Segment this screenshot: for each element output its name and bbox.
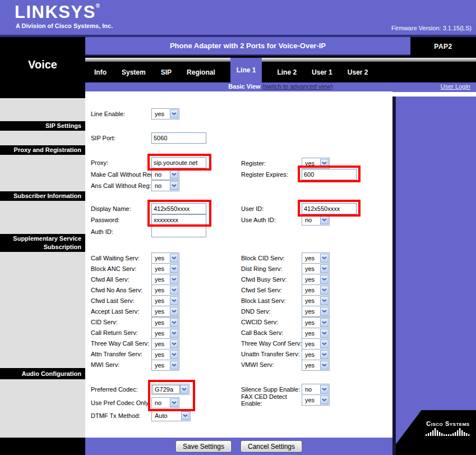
tab-regional[interactable]: Regional <box>187 68 215 76</box>
register-select[interactable]: yes <box>302 158 330 169</box>
service-row: Attn Transfer Serv: yes <box>91 349 242 360</box>
sip-port-row: SIP Port: <box>91 132 115 144</box>
service-label: Block CID Serv: <box>241 255 285 261</box>
chevron-down-icon <box>170 181 178 190</box>
chevron-down-icon <box>320 339 329 348</box>
sip-port-label: SIP Port: <box>91 135 115 141</box>
service-label: Block ANC Serv: <box>91 265 136 272</box>
chevron-down-icon <box>170 170 178 179</box>
preferred-codec-select[interactable]: G729a <box>151 384 190 395</box>
register-expires-input[interactable] <box>302 169 357 180</box>
chevron-down-icon <box>320 307 329 316</box>
service-select[interactable]: yes <box>151 263 179 274</box>
tab-info[interactable]: Info <box>94 68 107 76</box>
sip-port-input[interactable] <box>151 132 206 144</box>
chevron-down-icon <box>320 318 329 327</box>
service-label: Cfwd All Serv: <box>91 276 129 283</box>
proxy-label: Proxy: <box>91 159 108 166</box>
service-select[interactable]: yes <box>302 338 330 350</box>
service-select[interactable]: yes <box>302 328 330 339</box>
tab-system[interactable]: System <box>122 68 146 76</box>
use-auth-id-label: Use Auth ID: <box>241 217 276 223</box>
service-row: Unattn Transfer Serv: yes <box>241 349 392 360</box>
make-call-without-reg-select[interactable]: no <box>151 169 179 180</box>
service-select[interactable]: yes <box>302 252 330 264</box>
chevron-down-icon <box>170 264 178 273</box>
user-id-label: User ID: <box>241 205 264 212</box>
service-row: Cfwd All Serv: yes <box>91 274 242 284</box>
service-label: CID Serv: <box>91 319 118 325</box>
cisco-corner: Cisco Systems <box>396 410 476 455</box>
password-input[interactable] <box>151 214 206 226</box>
display-name-input[interactable] <box>151 203 206 214</box>
tab-line2[interactable]: Line 2 <box>277 68 297 76</box>
service-select[interactable]: yes <box>151 274 179 285</box>
tab-sip[interactable]: SIP <box>161 68 172 76</box>
auth-id-input[interactable] <box>151 226 206 237</box>
service-label: Cfwd Last Serv: <box>91 297 135 304</box>
save-settings-button[interactable]: Save Settings <box>175 440 232 452</box>
use-auth-id-select[interactable]: no <box>302 214 330 226</box>
register-expires-row: Register Expires: <box>241 169 288 180</box>
service-row: Three Way Call Serv: yes <box>91 338 242 349</box>
service-row: Dist Ring Serv: yes <box>241 263 392 274</box>
service-select[interactable]: yes <box>302 263 330 274</box>
user-id-input[interactable] <box>302 203 357 214</box>
service-select[interactable]: yes <box>151 252 179 264</box>
switch-view-link[interactable]: (switch to advanced view) <box>262 83 333 90</box>
fax-ced-detect-select[interactable]: yes <box>302 394 330 406</box>
silence-supp-enable-select[interactable]: no <box>302 384 330 395</box>
line-enable-select[interactable]: yes <box>151 108 179 120</box>
service-label: Call Return Serv: <box>91 329 138 336</box>
service-label: Cfwd Busy Serv: <box>241 276 286 283</box>
service-select[interactable]: yes <box>151 317 179 328</box>
sidebar-section-proxy-registration: Proxy and Registration <box>0 145 85 155</box>
chevron-down-icon <box>170 339 178 348</box>
service-label: Three Way Call Serv: <box>91 340 149 347</box>
proxy-row: Proxy: <box>91 157 108 168</box>
chevron-down-icon <box>320 396 329 405</box>
use-pref-codec-only-select[interactable]: no <box>151 397 179 408</box>
dtmf-tx-method-select[interactable]: Auto <box>151 410 191 421</box>
proxy-input[interactable] <box>151 157 206 168</box>
use-pref-codec-only-label: Use Pref Codec Only: <box>91 399 150 406</box>
tab-line1[interactable]: Line 1 <box>230 58 262 82</box>
service-select[interactable]: yes <box>151 295 179 306</box>
user-id-row: User ID: <box>241 203 264 214</box>
sidebar-section-sip-settings: SIP Settings <box>0 121 85 131</box>
chevron-down-icon <box>320 264 329 273</box>
dtmf-tx-method-label: DTMF Tx Method: <box>91 412 140 419</box>
password-row: Password: <box>91 214 119 226</box>
tab-user1[interactable]: User 1 <box>312 68 332 76</box>
service-select[interactable]: yes <box>151 349 179 360</box>
service-select[interactable]: yes <box>302 295 330 306</box>
footer-left-block <box>0 438 85 455</box>
chevron-down-icon <box>170 329 178 338</box>
service-label: Accept Last Serv: <box>91 308 139 315</box>
service-select[interactable]: yes <box>302 360 330 371</box>
service-select[interactable]: yes <box>151 338 179 350</box>
service-select[interactable]: yes <box>302 349 330 360</box>
service-select[interactable]: yes <box>302 306 330 317</box>
service-select[interactable]: yes <box>151 306 179 317</box>
service-select[interactable]: yes <box>302 317 330 328</box>
service-select[interactable]: yes <box>302 274 330 285</box>
ans-call-without-reg-label: Ans Call Without Reg: <box>91 182 151 189</box>
tab-user2[interactable]: User 2 <box>348 68 368 76</box>
service-row: Cfwd No Ans Serv: yes <box>91 284 242 295</box>
service-select[interactable]: yes <box>302 284 330 296</box>
header: LINKSYS® A Division of Cisco Systems, In… <box>0 0 476 37</box>
pap2-config-page: LINKSYS® A Division of Cisco Systems, In… <box>0 0 476 455</box>
linksys-logo: LINKSYS® <box>15 2 100 22</box>
services-right-column: Block CID Serv: yes Dist Ring Serv: yes <box>241 252 392 370</box>
user-login-link[interactable]: User Login <box>441 83 470 90</box>
chevron-down-icon <box>170 275 178 284</box>
chevron-down-icon <box>180 385 188 394</box>
service-select[interactable]: yes <box>151 284 179 296</box>
ans-call-without-reg-select[interactable]: no <box>151 180 179 191</box>
service-select[interactable]: yes <box>151 328 179 339</box>
cancel-settings-button[interactable]: Cancel Settings <box>241 440 302 452</box>
service-select[interactable]: yes <box>151 360 179 371</box>
service-row: Block CID Serv: yes <box>241 252 392 263</box>
form-area: Line Enable: yes SIP Port: Proxy: Make C… <box>85 91 392 438</box>
